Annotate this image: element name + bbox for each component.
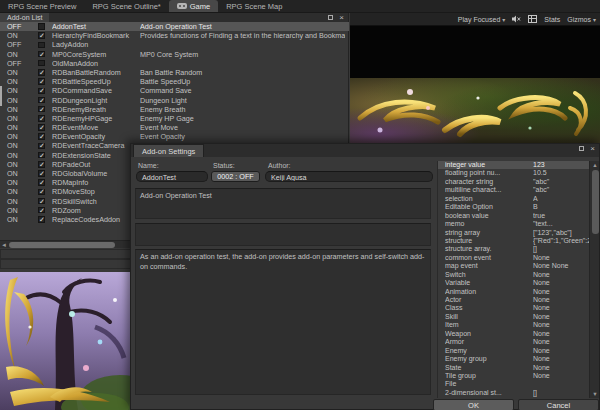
parameter-row[interactable]: selection A <box>438 195 589 203</box>
author-input[interactable]: Keiji Agusa <box>265 171 433 182</box>
mute-audio-button[interactable] <box>512 15 521 23</box>
addon-state-label: ON <box>7 206 33 215</box>
stats-button[interactable]: Stats <box>544 16 560 23</box>
parameter-row[interactable]: memo "text... <box>438 220 589 228</box>
parameter-row[interactable]: Editable Option B <box>438 203 589 211</box>
parameter-scrollbar[interactable]: ▲ ▼ <box>589 161 599 398</box>
parameter-row[interactable]: Skill None <box>438 313 589 321</box>
addon-description: Event Move <box>140 123 345 132</box>
parameter-row[interactable]: character string "abc" <box>438 178 589 186</box>
addon-list-row[interactable]: ON ✓ RDBattleSpeedUp Battle SpeedUp <box>0 77 349 86</box>
check-icon: ✓ <box>38 96 46 105</box>
addon-description: Battle SpeedUp <box>140 77 345 86</box>
scrollbar-thumb[interactable] <box>9 242 115 248</box>
parameter-row[interactable]: 2-dimensional st... [] <box>438 389 589 397</box>
addon-state-label: ON <box>7 151 33 160</box>
parameter-row[interactable]: structure array. [] <box>438 245 589 253</box>
parameter-row[interactable]: map event None None <box>438 262 589 270</box>
cancel-button[interactable]: Cancel <box>518 399 599 410</box>
parameter-name: map event <box>445 262 531 270</box>
addon-list-row[interactable]: ON ✓ RDEventOpacity Event Opacity <box>0 132 349 141</box>
addon-list-row[interactable]: OFF ✓ OldManAddon <box>0 59 349 68</box>
addon-list-row[interactable]: ON ✓ RDEnemyHPGage Enemy HP Gage <box>0 114 349 123</box>
close-icon[interactable]: × <box>590 145 595 153</box>
parameter-row[interactable]: Enemy group None <box>438 355 589 363</box>
parameter-row[interactable]: multiline charact... "abc" <box>438 186 589 194</box>
addon-checkbox[interactable] <box>38 60 45 67</box>
parameter-row[interactable]: floating point nu... 10.5 <box>438 169 589 177</box>
parameter-row[interactable]: Weapon None <box>438 330 589 338</box>
parameter-row[interactable]: structure {"Red":1,"Green":2,"Bl... <box>438 237 589 245</box>
parameter-name: Variable <box>445 279 531 287</box>
tab-rpg-scene-preview[interactable]: RPG Scene Preview <box>0 0 84 12</box>
parameter-row[interactable]: State None <box>438 364 589 372</box>
parameter-row[interactable]: integer value 123 <box>438 161 589 169</box>
addon-name: RDGlobalVolume <box>52 169 138 178</box>
addon-list-row[interactable]: OFF ✓ AddonTest Add-on Operation Test <box>0 22 349 31</box>
scrollbar-thumb[interactable] <box>592 170 599 234</box>
parameter-name: floating point nu... <box>445 169 531 177</box>
addon-description: Dungeon Light <box>140 96 345 105</box>
name-input[interactable]: AddonTest <box>136 171 208 182</box>
addon-description: Command Save <box>140 86 345 95</box>
parameter-row[interactable]: Tile group None <box>438 372 589 380</box>
parameter-value: None <box>533 364 589 372</box>
addon-name: RDExtensionState <box>52 151 138 160</box>
parameter-name: State <box>445 364 531 372</box>
addon-name: RDZoom <box>52 206 138 215</box>
parameter-row[interactable]: Animation None <box>438 288 589 296</box>
parameter-value: 10.5 <box>533 169 589 177</box>
parameter-row[interactable]: Variable None <box>438 279 589 287</box>
addon-checkbox[interactable] <box>38 42 45 49</box>
addon-list-row[interactable]: ON ✓ MP0CoreSystem MP0 Core System <box>0 50 349 59</box>
gamepad-icon <box>177 3 187 9</box>
summary-box[interactable]: Add-on Operation Test <box>135 188 431 219</box>
addon-list-row[interactable]: ON ✓ RDEventMove Event Move <box>0 123 349 132</box>
addon-list-row[interactable]: ON ✓ RDBanBattleRandom Ban Battle Random <box>0 68 349 77</box>
check-icon: ✓ <box>38 151 46 160</box>
parameter-row[interactable]: Armor None <box>438 338 589 346</box>
addon-list-row[interactable]: ON ✓ RDCommandSave Command Save <box>0 86 349 95</box>
tab-rpg-scene-map[interactable]: RPG Scene Map <box>218 0 290 12</box>
addon-list-row[interactable]: ON ✓ RDDungeonLight Dungeon Light <box>0 96 349 105</box>
parameter-name: string array <box>445 229 531 237</box>
help-box[interactable] <box>135 223 431 246</box>
status-button[interactable]: 0002 : OFF <box>211 171 260 182</box>
addon-list-row[interactable]: OFF ✓ LadyAddon <box>0 40 349 49</box>
maximize-icon[interactable] <box>579 146 584 151</box>
parameter-list: integer value 123 floating point nu... 1… <box>437 161 589 398</box>
parameter-row[interactable]: boolean value true <box>438 212 589 220</box>
parameter-name: integer value <box>445 161 531 169</box>
parameter-row[interactable]: Actor None <box>438 296 589 304</box>
gizmos-dropdown[interactable]: Gizmos ▾ <box>567 16 596 23</box>
tab-addon-settings[interactable]: Add-on Settings <box>133 144 204 157</box>
scene-artwork <box>0 272 133 410</box>
parameter-row[interactable]: Switch None <box>438 271 589 279</box>
stats-toggle-group[interactable] <box>528 15 537 23</box>
play-focused-dropdown[interactable]: Play Focused ▾ <box>458 16 505 23</box>
parameter-row[interactable]: File <box>438 380 589 388</box>
parameter-name: Enemy group <box>445 355 531 363</box>
description-box[interactable]: As an add-on operation test, the add-on … <box>135 249 431 395</box>
parameter-row[interactable]: Class None <box>438 304 589 312</box>
tab-game[interactable]: Game <box>169 0 218 12</box>
speaker-muted-icon <box>512 15 521 23</box>
addon-list-row[interactable]: ON ✓ HierarchyFindBookmark Provides func… <box>0 31 349 40</box>
addon-list-row[interactable]: ON ✓ RDEnemyBreath Enemy Breath <box>0 105 349 114</box>
maximize-icon[interactable] <box>328 15 333 20</box>
scroll-up-icon[interactable]: ▲ <box>590 162 600 168</box>
addon-checkbox[interactable] <box>38 23 45 30</box>
empty-list-strip <box>0 249 131 259</box>
parameter-row[interactable]: common event None <box>438 254 589 262</box>
tab-addon-list[interactable]: Add-on List <box>0 13 49 22</box>
parameter-name: Animation <box>445 288 531 296</box>
ok-button[interactable]: OK <box>433 399 514 410</box>
scroll-left-icon[interactable]: ◄ <box>1 241 7 249</box>
parameter-row[interactable]: Enemy None <box>438 347 589 355</box>
tab-rpg-scene-outline[interactable]: RPG Scene Outline* <box>84 0 168 12</box>
vertical-scrollbar-thumb[interactable] <box>0 86 2 106</box>
parameter-row[interactable]: Item None <box>438 321 589 329</box>
close-icon[interactable]: × <box>339 14 344 22</box>
scroll-down-icon[interactable]: ▼ <box>590 391 600 397</box>
parameter-row[interactable]: string array ["123","abc"] <box>438 229 589 237</box>
